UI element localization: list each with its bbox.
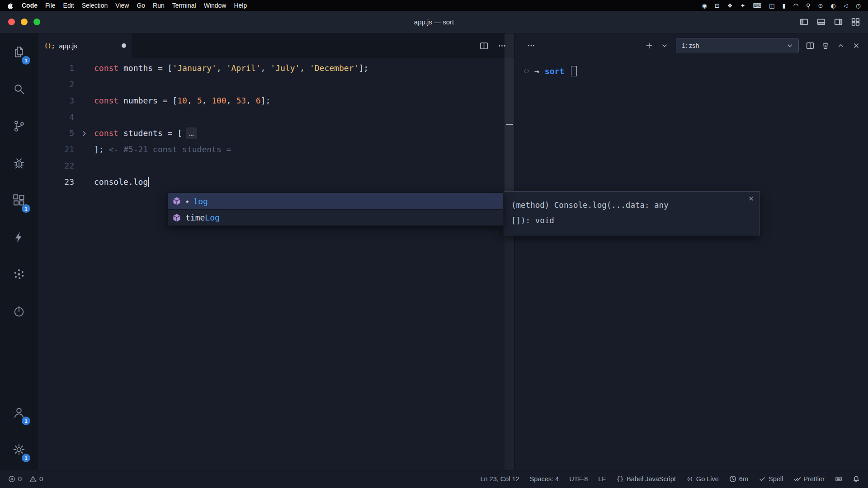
- split-editor-icon[interactable]: [480, 42, 488, 50]
- activity-accounts[interactable]: 1: [0, 394, 38, 431]
- status-cursor-position[interactable]: Ln 23, Col 12: [480, 475, 519, 483]
- line-number: 21: [38, 141, 74, 158]
- status-notifications[interactable]: [853, 475, 860, 483]
- status-go-live[interactable]: Go Live: [686, 475, 719, 483]
- activity-source-control[interactable]: [0, 108, 38, 145]
- clock-icon[interactable]: ◷: [856, 2, 861, 9]
- close-docs-icon[interactable]: [748, 195, 755, 202]
- code-line[interactable]: 22: [38, 158, 514, 174]
- activity-settings[interactable]: 1: [0, 431, 38, 468]
- status-session-timer[interactable]: 6m: [729, 475, 748, 483]
- activity-run-and-debug[interactable]: [0, 145, 38, 182]
- menu-edit[interactable]: Edit: [63, 2, 74, 9]
- activity-extensions[interactable]: 1: [0, 182, 38, 219]
- terminal-header: 1: zsh: [515, 33, 868, 58]
- activity-bar-bottom: 11: [0, 394, 38, 470]
- status-prettier[interactable]: Prettier: [793, 475, 825, 483]
- activity-search[interactable]: [0, 70, 38, 108]
- code-line[interactable]: 3const numbers = [10, 5, 100, 53, 6];: [38, 93, 514, 109]
- new-terminal-icon[interactable]: [645, 42, 653, 50]
- problems-errors[interactable]: 0: [8, 475, 22, 483]
- app-menu-code[interactable]: Code: [22, 2, 38, 9]
- code-line[interactable]: 23console.log: [38, 174, 514, 190]
- terminal-content[interactable]: → sort: [515, 58, 868, 470]
- menu-file[interactable]: File: [45, 2, 56, 9]
- status-encoding[interactable]: UTF-8: [569, 475, 588, 483]
- menu-selection[interactable]: Selection: [82, 2, 108, 9]
- shortcuts-icon[interactable]: ❖: [727, 2, 733, 9]
- wifi-icon[interactable]: ◠: [793, 2, 798, 9]
- menu-run[interactable]: Run: [153, 2, 165, 9]
- suggestion-item[interactable]: timeLog: [168, 209, 503, 225]
- code-token: ]: [261, 96, 266, 105]
- code-token: 6: [256, 96, 261, 105]
- code-line[interactable]: 21]; <- #5-21 const students =: [38, 141, 514, 158]
- status-bar: 0 0 Ln 23, Col 12Spaces: 4UTF-8LF{}Babel…: [0, 470, 868, 488]
- code-line[interactable]: 4: [38, 109, 514, 125]
- activity-explorer[interactable]: 1: [0, 33, 38, 70]
- menu-window[interactable]: Window: [204, 2, 226, 9]
- volume-icon[interactable]: ◁: [844, 2, 848, 9]
- code-line[interactable]: 2: [38, 76, 514, 93]
- terminal-profile-chevron-icon[interactable]: [660, 42, 669, 50]
- code-editor[interactable]: 1const months = ['January', 'April', 'Ju…: [38, 58, 514, 470]
- menu-terminal[interactable]: Terminal: [172, 2, 196, 9]
- keyboard-icon[interactable]: ⌨: [753, 2, 761, 9]
- customize-layout-icon[interactable]: [851, 18, 860, 26]
- zoom-window-button[interactable]: [33, 19, 40, 25]
- toggle-panel-icon[interactable]: [817, 18, 826, 26]
- suggestion-label: timeLog: [185, 213, 220, 222]
- close-window-button[interactable]: [8, 19, 15, 25]
- tab-app-js[interactable]: (); app.js: [38, 33, 133, 58]
- line-number: 5: [38, 125, 74, 141]
- intellisense-docs-popup: (method) Console.log(...data: any []): v…: [504, 191, 760, 235]
- status-layout[interactable]: [835, 475, 842, 483]
- control-center-icon[interactable]: ⊙: [818, 2, 823, 9]
- terminal-session-select[interactable]: 1: zsh: [676, 38, 799, 53]
- paintbrush-icon[interactable]: ✦: [740, 2, 745, 9]
- split-terminal-icon[interactable]: [806, 42, 814, 50]
- modified-indicator[interactable]: [122, 43, 126, 48]
- status-language-mode[interactable]: {}Babel JavaScript: [616, 475, 676, 483]
- kill-terminal-icon[interactable]: [821, 42, 830, 50]
- window-controls: [8, 19, 40, 25]
- maximize-panel-icon[interactable]: [837, 42, 845, 50]
- activity-power[interactable]: [0, 293, 38, 330]
- code-line[interactable]: 1const months = ['January', 'April', 'Ju…: [38, 60, 514, 76]
- window-manager-icon[interactable]: ◫: [769, 2, 774, 9]
- search-icon[interactable]: ⚲: [806, 2, 811, 9]
- status-eol[interactable]: LF: [598, 475, 606, 483]
- activity-bar-top: 11: [0, 33, 38, 330]
- panel-more-actions-icon[interactable]: [527, 42, 535, 50]
- code-token: [118, 128, 123, 138]
- screen-record-icon[interactable]: ◉: [702, 2, 707, 9]
- code-token: [168, 96, 173, 105]
- apple-menu-icon[interactable]: [7, 2, 14, 9]
- activity-lightning[interactable]: [0, 219, 38, 256]
- fold-gutter: [74, 60, 94, 76]
- code-line[interactable]: 5const students = […: [38, 125, 514, 141]
- status-indentation[interactable]: Spaces: 4: [530, 475, 559, 483]
- suggestion-item[interactable]: ★log: [168, 193, 503, 209]
- fold-chevron-icon[interactable]: [74, 125, 94, 141]
- minimize-window-button[interactable]: [21, 19, 28, 25]
- window-title: app.js — sort: [414, 18, 454, 26]
- code-token: [153, 63, 158, 73]
- status-spell[interactable]: Spell: [759, 475, 783, 483]
- code-text: const months = ['January', 'April', 'Jul…: [94, 60, 368, 76]
- menu-go[interactable]: Go: [137, 2, 145, 9]
- close-panel-icon[interactable]: [852, 42, 860, 50]
- problems-warnings[interactable]: 0: [29, 475, 43, 483]
- code-token: ;: [265, 96, 270, 105]
- siri-icon[interactable]: ◐: [830, 2, 835, 9]
- menu-help[interactable]: Help: [234, 2, 247, 9]
- battery-icon[interactable]: ▮: [782, 2, 785, 9]
- display-icon[interactable]: ⊡: [715, 2, 720, 9]
- editor-scrollbar[interactable]: [505, 33, 514, 470]
- menu-view[interactable]: View: [115, 2, 129, 9]
- editor-tab-bar: (); app.js: [38, 33, 514, 58]
- toggle-primary-sidebar-icon[interactable]: [800, 18, 808, 26]
- activity-dots[interactable]: [0, 256, 38, 293]
- toggle-secondary-sidebar-icon[interactable]: [834, 18, 843, 26]
- prompt-arrow: →: [534, 66, 539, 76]
